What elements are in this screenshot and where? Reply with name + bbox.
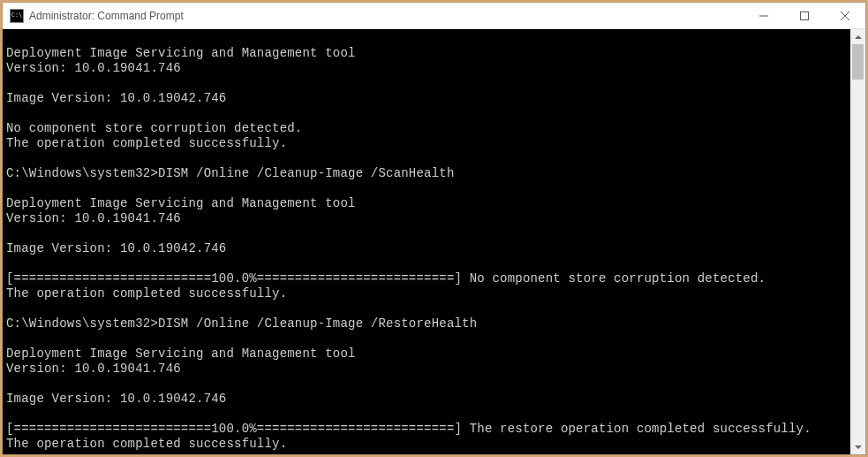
- svg-marker-4: [855, 35, 862, 39]
- console-area: Deployment Image Servicing and Managemen…: [3, 29, 865, 454]
- command-prompt-window: C:\ Administrator: Command Prompt Deploy…: [2, 2, 866, 455]
- maximize-icon: [800, 11, 809, 20]
- maximize-button[interactable]: [784, 3, 825, 28]
- window-title: Administrator: Command Prompt: [29, 10, 743, 22]
- scrollbar-track[interactable]: [850, 44, 865, 439]
- console-text: Deployment Image Servicing and Managemen…: [6, 31, 847, 454]
- chevron-down-icon: [855, 446, 862, 449]
- scrollbar-thumb[interactable]: [852, 44, 864, 80]
- svg-rect-1: [801, 11, 809, 19]
- close-button[interactable]: [825, 3, 865, 28]
- vertical-scrollbar[interactable]: [850, 29, 865, 454]
- scroll-down-button[interactable]: [850, 439, 865, 454]
- minimize-button[interactable]: [743, 3, 784, 28]
- titlebar[interactable]: C:\ Administrator: Command Prompt: [3, 3, 865, 29]
- chevron-up-icon: [855, 35, 862, 39]
- minimize-icon: [759, 11, 768, 20]
- close-icon: [841, 11, 849, 20]
- window-controls: [743, 3, 865, 28]
- scroll-up-button[interactable]: [850, 29, 865, 44]
- svg-marker-5: [855, 446, 862, 449]
- console-output[interactable]: Deployment Image Servicing and Managemen…: [3, 29, 850, 454]
- cmd-icon: C:\: [10, 9, 24, 23]
